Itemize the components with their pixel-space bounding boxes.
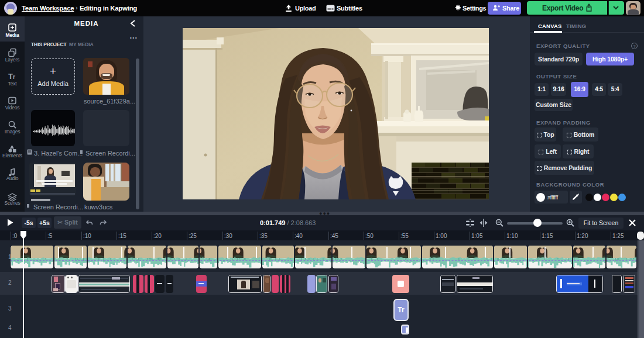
- svg-text:T: T: [8, 72, 13, 81]
- svg-text:r: r: [13, 74, 15, 80]
